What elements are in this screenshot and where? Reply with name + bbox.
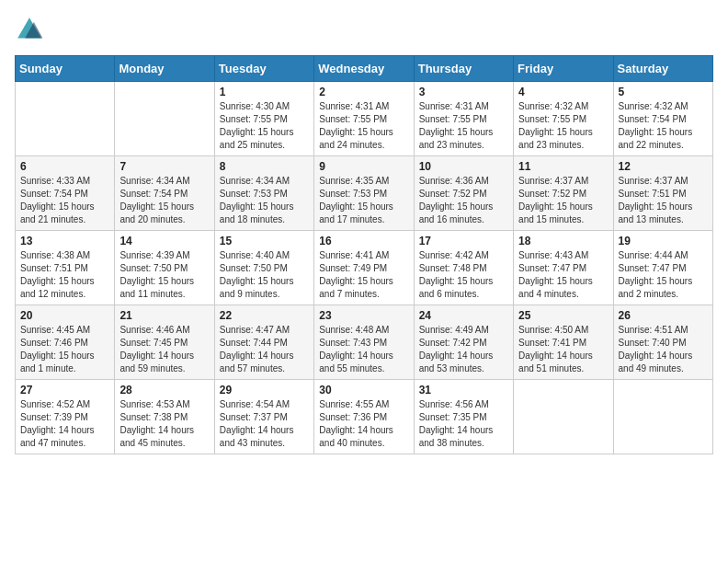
day-info: Sunrise: 4:34 AM Sunset: 7:54 PM Dayligh… — [119, 175, 209, 226]
week-row-3: 13Sunrise: 4:38 AM Sunset: 7:51 PM Dayli… — [16, 231, 713, 305]
header-tuesday: Tuesday — [214, 56, 313, 82]
day-cell — [514, 380, 613, 454]
day-cell: 6Sunrise: 4:33 AM Sunset: 7:54 PM Daylig… — [16, 156, 115, 231]
day-cell: 24Sunrise: 4:49 AM Sunset: 7:42 PM Dayli… — [414, 305, 513, 380]
day-cell: 13Sunrise: 4:38 AM Sunset: 7:51 PM Dayli… — [16, 231, 115, 305]
day-info: Sunrise: 4:37 AM Sunset: 7:51 PM Dayligh… — [619, 175, 708, 226]
day-number: 9 — [319, 160, 408, 173]
day-info: Sunrise: 4:31 AM Sunset: 7:55 PM Dayligh… — [319, 100, 408, 152]
day-cell: 17Sunrise: 4:42 AM Sunset: 7:48 PM Dayli… — [414, 231, 513, 305]
header-sunday: Sunday — [16, 56, 115, 82]
day-cell: 11Sunrise: 4:37 AM Sunset: 7:52 PM Dayli… — [514, 156, 613, 231]
day-number: 12 — [619, 160, 708, 173]
day-number: 20 — [20, 309, 109, 322]
day-number: 27 — [20, 384, 109, 396]
day-cell: 19Sunrise: 4:44 AM Sunset: 7:47 PM Dayli… — [613, 231, 712, 305]
day-cell: 2Sunrise: 4:31 AM Sunset: 7:55 PM Daylig… — [314, 82, 414, 156]
day-cell — [16, 82, 115, 156]
day-info: Sunrise: 4:52 AM Sunset: 7:39 PM Dayligh… — [20, 398, 109, 450]
day-number: 21 — [119, 309, 209, 322]
day-info: Sunrise: 4:56 AM Sunset: 7:35 PM Dayligh… — [419, 398, 508, 450]
day-info: Sunrise: 4:43 AM Sunset: 7:47 PM Dayligh… — [518, 249, 608, 301]
week-row-4: 20Sunrise: 4:45 AM Sunset: 7:46 PM Dayli… — [16, 305, 713, 380]
day-cell: 12Sunrise: 4:37 AM Sunset: 7:51 PM Dayli… — [613, 156, 712, 231]
day-number: 8 — [220, 160, 309, 173]
week-row-1: 1Sunrise: 4:30 AM Sunset: 7:55 PM Daylig… — [16, 82, 713, 156]
day-info: Sunrise: 4:49 AM Sunset: 7:42 PM Dayligh… — [419, 324, 508, 375]
day-number: 30 — [319, 384, 408, 396]
day-cell: 10Sunrise: 4:36 AM Sunset: 7:52 PM Dayli… — [414, 156, 513, 231]
day-number: 31 — [419, 384, 508, 396]
day-cell: 4Sunrise: 4:32 AM Sunset: 7:55 PM Daylig… — [514, 82, 613, 156]
day-cell: 22Sunrise: 4:47 AM Sunset: 7:44 PM Dayli… — [214, 305, 313, 380]
day-info: Sunrise: 4:32 AM Sunset: 7:54 PM Dayligh… — [619, 100, 708, 152]
day-cell: 25Sunrise: 4:50 AM Sunset: 7:41 PM Dayli… — [514, 305, 613, 380]
day-cell: 21Sunrise: 4:46 AM Sunset: 7:45 PM Dayli… — [115, 305, 214, 380]
day-cell: 26Sunrise: 4:51 AM Sunset: 7:40 PM Dayli… — [613, 305, 712, 380]
day-info: Sunrise: 4:45 AM Sunset: 7:46 PM Dayligh… — [20, 324, 109, 375]
day-number: 17 — [419, 235, 508, 247]
day-info: Sunrise: 4:35 AM Sunset: 7:53 PM Dayligh… — [319, 175, 408, 226]
day-info: Sunrise: 4:32 AM Sunset: 7:55 PM Dayligh… — [518, 100, 608, 152]
header-thursday: Thursday — [414, 56, 513, 82]
day-number: 19 — [619, 235, 708, 247]
day-number: 26 — [619, 309, 708, 322]
day-cell: 18Sunrise: 4:43 AM Sunset: 7:47 PM Dayli… — [514, 231, 613, 305]
day-cell — [613, 380, 712, 454]
day-info: Sunrise: 4:37 AM Sunset: 7:52 PM Dayligh… — [518, 175, 608, 226]
logo — [15, 15, 48, 44]
week-row-2: 6Sunrise: 4:33 AM Sunset: 7:54 PM Daylig… — [16, 156, 713, 231]
header-friday: Friday — [514, 56, 613, 82]
week-row-5: 27Sunrise: 4:52 AM Sunset: 7:39 PM Dayli… — [16, 380, 713, 454]
day-cell: 31Sunrise: 4:56 AM Sunset: 7:35 PM Dayli… — [414, 380, 513, 454]
day-cell: 30Sunrise: 4:55 AM Sunset: 7:36 PM Dayli… — [314, 380, 414, 454]
day-number: 15 — [220, 235, 309, 247]
day-info: Sunrise: 4:36 AM Sunset: 7:52 PM Dayligh… — [419, 175, 508, 226]
day-number: 3 — [419, 86, 508, 98]
day-info: Sunrise: 4:47 AM Sunset: 7:44 PM Dayligh… — [220, 324, 309, 375]
day-cell: 3Sunrise: 4:31 AM Sunset: 7:55 PM Daylig… — [414, 82, 513, 156]
day-cell: 28Sunrise: 4:53 AM Sunset: 7:38 PM Dayli… — [115, 380, 214, 454]
day-number: 5 — [619, 86, 708, 98]
day-info: Sunrise: 4:51 AM Sunset: 7:40 PM Dayligh… — [619, 324, 708, 375]
day-info: Sunrise: 4:42 AM Sunset: 7:48 PM Dayligh… — [419, 249, 508, 301]
day-number: 23 — [319, 309, 408, 322]
day-cell: 9Sunrise: 4:35 AM Sunset: 7:53 PM Daylig… — [314, 156, 414, 231]
day-cell: 20Sunrise: 4:45 AM Sunset: 7:46 PM Dayli… — [16, 305, 115, 380]
day-number: 13 — [20, 235, 109, 247]
day-cell: 16Sunrise: 4:41 AM Sunset: 7:49 PM Dayli… — [314, 231, 414, 305]
day-cell: 7Sunrise: 4:34 AM Sunset: 7:54 PM Daylig… — [115, 156, 214, 231]
day-info: Sunrise: 4:53 AM Sunset: 7:38 PM Dayligh… — [119, 398, 209, 450]
day-number: 14 — [119, 235, 209, 247]
day-info: Sunrise: 4:38 AM Sunset: 7:51 PM Dayligh… — [20, 249, 109, 301]
day-info: Sunrise: 4:54 AM Sunset: 7:37 PM Dayligh… — [220, 398, 309, 450]
header-wednesday: Wednesday — [314, 56, 414, 82]
day-info: Sunrise: 4:34 AM Sunset: 7:53 PM Dayligh… — [220, 175, 309, 226]
day-cell: 15Sunrise: 4:40 AM Sunset: 7:50 PM Dayli… — [214, 231, 313, 305]
day-number: 18 — [518, 235, 608, 247]
day-cell: 5Sunrise: 4:32 AM Sunset: 7:54 PM Daylig… — [613, 82, 712, 156]
day-info: Sunrise: 4:48 AM Sunset: 7:43 PM Dayligh… — [319, 324, 408, 375]
day-number: 6 — [20, 160, 109, 173]
day-number: 16 — [319, 235, 408, 247]
day-info: Sunrise: 4:33 AM Sunset: 7:54 PM Dayligh… — [20, 175, 109, 226]
day-number: 4 — [518, 86, 608, 98]
day-info: Sunrise: 4:30 AM Sunset: 7:55 PM Dayligh… — [220, 100, 309, 152]
day-number: 25 — [518, 309, 608, 322]
day-info: Sunrise: 4:55 AM Sunset: 7:36 PM Dayligh… — [319, 398, 408, 450]
day-number: 29 — [220, 384, 309, 396]
day-info: Sunrise: 4:44 AM Sunset: 7:47 PM Dayligh… — [619, 249, 708, 301]
day-number: 11 — [518, 160, 608, 173]
day-info: Sunrise: 4:40 AM Sunset: 7:50 PM Dayligh… — [220, 249, 309, 301]
day-number: 22 — [220, 309, 309, 322]
day-cell — [115, 82, 214, 156]
day-info: Sunrise: 4:31 AM Sunset: 7:55 PM Dayligh… — [419, 100, 508, 152]
day-cell: 14Sunrise: 4:39 AM Sunset: 7:50 PM Dayli… — [115, 231, 214, 305]
day-info: Sunrise: 4:50 AM Sunset: 7:41 PM Dayligh… — [518, 324, 608, 375]
header-monday: Monday — [115, 56, 214, 82]
page-header — [15, 15, 713, 44]
day-number: 7 — [119, 160, 209, 173]
logo-icon — [15, 15, 44, 44]
day-cell: 27Sunrise: 4:52 AM Sunset: 7:39 PM Dayli… — [16, 380, 115, 454]
day-number: 2 — [319, 86, 408, 98]
